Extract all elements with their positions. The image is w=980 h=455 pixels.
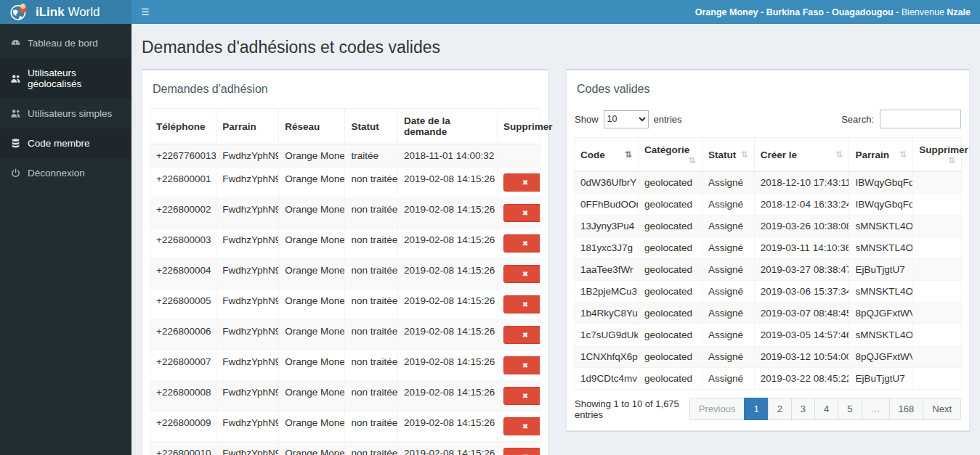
delete-button[interactable]: ✖ [503,417,540,435]
sidebar-item-d-connexion[interactable]: Déconnexion [0,158,131,188]
page-length-select[interactable]: 10 [604,110,649,128]
cell-statut: Assigné [702,194,754,216]
cell-telephone: +226800007 [150,351,216,381]
cell-statut: non traitée [345,411,397,442]
sidebar-item-tableau-de-bord[interactable]: Tableau de bord [0,28,131,58]
x-icon: ✖ [522,422,528,430]
sort-icon: ⇅ [741,150,748,159]
x-icon: ✖ [522,300,528,308]
cell-categorie: geolocated [638,216,702,237]
codes-column-header[interactable]: Statut⇅ [702,138,754,172]
sort-icon: ⇅ [948,156,955,165]
cell-creer_le: 2019-03-26 10:38:08 [754,216,849,237]
cell-categorie: geolocated [638,237,702,259]
cell-date: 2019-02-08 14:15:26 [397,198,497,229]
cell-telephone: +226800002 [150,198,216,229]
codes-column-header[interactable]: Catégorie⇅ [638,138,702,172]
demandes-panel: Demandes d'adhésion TéléphoneParrainRése… [142,69,548,455]
demandes-table-row: +226800007FwdhzYphN9Orange Moneynon trai… [150,351,540,381]
cell-parrain: sMNSKTL4OR [849,237,913,259]
codes-panel: Codes valides Show 10 entries Search: Co… [566,69,970,431]
delete-button[interactable]: ✖ [503,387,540,405]
delete-button[interactable]: ✖ [503,448,540,455]
codes-table-row: 1aaTee3fWrgeolocatedAssigné2019-03-27 08… [575,259,962,281]
entries-label: entries [654,114,682,125]
page-button-2[interactable]: 2 [768,398,792,420]
codes-column-header[interactable]: Supprimer⇅ [913,138,962,172]
cell-statut: Assigné [702,216,754,237]
sidebar-item-utilisateurs-simples[interactable]: Utilisateurs simples [0,99,131,128]
demandes-table: TéléphoneParrainRéseauStatutDate de la d… [150,108,540,455]
cell-creer_le: 2019-03-11 14:10:36 [754,237,849,259]
page-button-next[interactable]: Next [923,398,961,420]
sidebar-toggle-button[interactable]: ☰ [141,0,150,24]
cell-supprimer [913,303,962,324]
cell-statut: non traitée [345,381,397,411]
delete-button[interactable]: ✖ [503,326,540,344]
cell-supprimer: ✖ [497,198,540,229]
cell-reseau: Orange Money [279,259,345,290]
delete-button[interactable]: ✖ [503,356,540,374]
cell-statut: Assigné [702,172,754,194]
cell-parrain: sMNSKTL4OR [849,281,913,303]
page-button-168[interactable]: 168 [889,398,924,420]
page-button-5[interactable]: 5 [838,398,862,420]
delete-button[interactable]: ✖ [503,204,540,222]
demandes-header-row: TéléphoneParrainRéseauStatutDate de la d… [150,109,540,144]
cell-date: 2019-02-08 14:15:26 [397,442,497,455]
cell-statut: non traitée [345,198,397,229]
sidebar-item-utilisateurs-g-olocalis-s[interactable]: Utilisateurs géolocalisés [0,58,131,99]
codes-column-header[interactable]: Parrain⇅ [849,138,913,172]
cell-supprimer: ✖ [497,351,540,381]
cell-date: 2019-02-08 14:15:26 [397,168,497,198]
cell-supprimer [913,324,962,346]
demandes-table-row: +226800009FwdhzYphN9Orange Moneynon trai… [150,411,540,442]
cell-reseau: Orange Money [279,290,345,320]
sidebar: Tableau de bordUtilisateurs géolocalisés… [0,24,131,455]
cell-parrain: FwdhzYphN9 [216,229,279,259]
sort-asc-icon: ⇅ [625,150,632,159]
delete-button[interactable]: ✖ [503,234,540,253]
cell-parrain: FwdhzYphN9 [216,290,279,320]
search-input[interactable] [880,110,961,128]
demandes-table-row: +226800004FwdhzYphN9Orange Moneynon trai… [150,259,540,290]
cell-reseau: Orange Money [279,351,345,381]
codes-table-row: 1CNXhfqX6pgeolocatedAssigné2019-03-12 10… [575,346,962,368]
brand-logo-area[interactable]: $ iLink World [0,0,131,24]
cell-supprimer [913,346,962,368]
page-button-1[interactable]: 1 [744,398,768,420]
cell-supprimer: ✖ [497,168,540,198]
cell-code: 181yxc3J7g [575,237,639,259]
delete-button[interactable]: ✖ [503,173,540,192]
demandes-column-header: Téléphone [150,109,216,144]
cell-date: 2019-02-08 14:15:26 [397,351,497,381]
codes-column-header[interactable]: Créer le⇅ [754,138,849,172]
cell-reseau: Orange Money [279,229,345,259]
show-label: Show [575,114,599,125]
demandes-table-row: +226800005FwdhzYphN9Orange Moneynon trai… [150,290,540,320]
cell-parrain: sMNSKTL4OR [849,324,913,346]
cell-reseau: Orange Money [279,442,345,455]
page-button-4[interactable]: 4 [814,398,838,420]
demandes-table-row: +226800001FwdhzYphN9Orange Moneynon trai… [150,168,540,198]
codes-column-header[interactable]: Code⇅ [575,138,639,172]
cell-supprimer: ✖ [497,259,540,290]
delete-button[interactable]: ✖ [503,265,540,283]
x-icon: ✖ [522,331,528,339]
codes-table-row: 13Jyny3Pu4geolocatedAssigné2019-03-26 10… [575,216,962,237]
cell-date: 2019-02-08 14:15:26 [397,320,497,351]
demandes-column-header: Statut [345,109,397,144]
cell-parrain: FwdhzYphN9 [216,381,279,411]
cell-categorie: geolocated [638,346,702,368]
page-button-previous[interactable]: Previous [689,398,745,420]
sidebar-item-code-membre[interactable]: Code membre [0,128,131,158]
cell-creer_le: 2019-03-27 08:38:47 [754,259,849,281]
delete-button[interactable]: ✖ [503,295,540,313]
cell-categorie: geolocated [638,172,702,194]
cell-categorie: geolocated [638,194,702,216]
sidebar-item-label: Code membre [28,138,90,149]
page-button-…[interactable]: … [862,398,890,420]
page-button-3[interactable]: 3 [791,398,815,420]
demandes-column-header: Réseau [279,109,345,144]
datatable-footer: Showing 1 to 10 of 1,675 entries Previou… [574,398,962,423]
